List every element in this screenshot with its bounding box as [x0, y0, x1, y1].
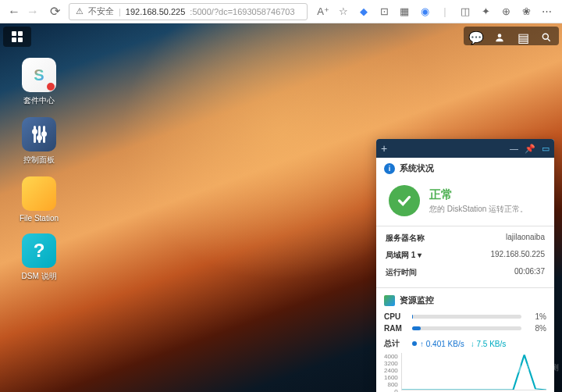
info-rows: 服务器名称lajilaonaiba 局域网 1 ▾192.168.50.225 …	[376, 228, 554, 286]
ext-icon-2[interactable]: ⊡	[378, 5, 390, 18]
svg-point-0	[498, 34, 502, 37]
search-icon[interactable]	[535, 28, 557, 47]
url-bar[interactable]: ⚠ 不安全 | 192.168.50.225:5000/?dc=16930587…	[69, 3, 308, 20]
menu-icon[interactable]: ⋯	[540, 5, 553, 18]
watermark: 新浪 众测	[510, 362, 559, 373]
control-panel-icon[interactable]: 控制面板	[14, 117, 64, 166]
svg-point-1	[542, 34, 548, 39]
divider: |	[439, 5, 451, 18]
browser-toolbar: A⁺ ☆ ◆ ⊡ ▦ ◉ | ◫ ✦ ⊕ ❀ ⋯	[314, 5, 556, 18]
widget-minimize-icon[interactable]: —	[510, 144, 518, 154]
refresh-button[interactable]: ⟳	[47, 4, 62, 20]
status-widget: + — 📌 ▭ i 系统状况 正常 您的 DiskStation 运转正常。 服…	[376, 139, 554, 392]
ext-icon-4[interactable]: ◉	[418, 5, 431, 18]
ext-icon-3[interactable]: ▦	[398, 5, 411, 18]
ext-icon-1[interactable]: ◆	[357, 5, 370, 18]
widget-pin-icon[interactable]: 📌	[525, 144, 535, 154]
favorite-icon[interactable]: ☆	[337, 5, 350, 18]
info-icon: i	[384, 163, 395, 174]
desktop-icons: S 套件中心 控制面板 File Station ? DSM 说明	[14, 58, 64, 282]
widget-add-icon[interactable]: +	[381, 142, 387, 155]
url-host: 192.168.50.225	[126, 7, 185, 16]
top-taskbar: 💬 ▤	[0, 23, 562, 48]
url-path: :5000/?dc=1693058746703	[190, 7, 294, 16]
check-icon	[389, 185, 420, 216]
back-button[interactable]: ←	[6, 4, 22, 20]
ext-icon-5[interactable]: ❀	[520, 5, 532, 18]
favorites-icon[interactable]: ✦	[479, 5, 492, 18]
dsm-help-icon[interactable]: ? DSM 说明	[14, 233, 64, 282]
net-row: 总计 ↑ 0.401 KB/s ↓ 7.5 KB/s	[376, 336, 554, 351]
cpu-row: CPU 1%	[384, 311, 546, 323]
notifications-icon[interactable]: 💬	[465, 28, 487, 47]
status-desc: 您的 DiskStation 运转正常。	[429, 204, 528, 215]
file-station-icon[interactable]: File Station	[14, 176, 64, 223]
user-icon[interactable]	[489, 28, 510, 47]
insecure-icon: ⚠	[76, 6, 84, 16]
widgets-icon[interactable]: ▤	[512, 28, 534, 47]
read-aloud-icon[interactable]: A⁺	[317, 5, 329, 18]
package-center-icon[interactable]: S 套件中心	[14, 58, 64, 106]
insecure-label: 不安全	[88, 5, 114, 17]
forward-button[interactable]: →	[25, 4, 41, 20]
widget-layout-icon[interactable]: ▭	[542, 144, 550, 154]
monitor-icon	[384, 295, 395, 306]
resource-monitor-header: 资源监控	[376, 290, 554, 309]
status-label: 正常	[429, 187, 528, 202]
widget-titlebar[interactable]: + — 📌 ▭	[376, 139, 554, 158]
desktop[interactable]: 💬 ▤ S 套件中心 控制面板 File Station ? DSM 说明 + …	[0, 23, 562, 392]
main-menu-button[interactable]	[3, 27, 31, 47]
system-status-header: i 系统状况	[376, 158, 554, 179]
status-block: 正常 您的 DiskStation 运转正常。	[376, 179, 554, 224]
browser-bar: ← → ⟳ ⚠ 不安全 | 192.168.50.225:5000/?dc=16…	[0, 0, 562, 23]
ram-row: RAM 8%	[384, 323, 546, 334]
collections-icon[interactable]: ⊕	[500, 5, 512, 18]
svg-line-2	[548, 39, 550, 41]
sidebar-icon[interactable]: ◫	[459, 5, 471, 18]
